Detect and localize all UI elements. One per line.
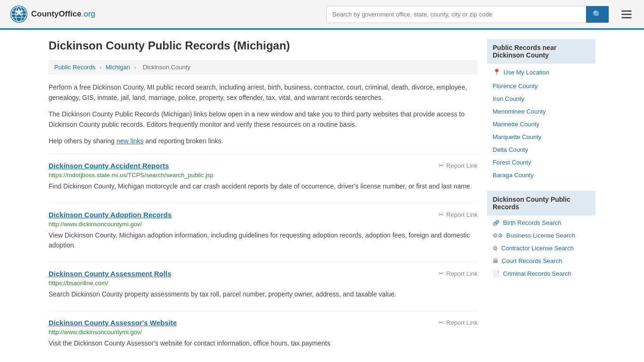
search-button[interactable]: 🔍 [586, 6, 609, 23]
sidebar-record-icon-4: 📄 [493, 271, 500, 277]
nearby-county-0[interactable]: Florence County [487, 80, 595, 92]
search-bar: 🔍 [326, 6, 609, 23]
record-entry-2: Dickinson County Assessment Rolls ✂ Repo… [49, 262, 478, 299]
sidebar-record-link-4[interactable]: Criminal Records Search [503, 270, 571, 277]
breadcrumb-sep-1: › [99, 64, 101, 71]
sidebar-records-list: 🧬 Birth Records Search ⚙⚙ Business Licen… [487, 216, 595, 280]
nearby-county-link-3[interactable]: Marinette County [493, 121, 539, 128]
breadcrumb-public-records[interactable]: Public Records [54, 64, 95, 71]
record-entry-3: Dickinson County Assessor's Website ✂ Re… [49, 311, 478, 348]
content-area: Dickinson County Public Records (Michiga… [49, 39, 478, 360]
record-entry-0: Dickinson County Accident Reports ✂ Repo… [49, 154, 478, 191]
use-my-location-link[interactable]: Use My Location [504, 69, 549, 76]
record-desc-0: Find Dickinson County, Michigan motorcyc… [49, 181, 478, 191]
records-section: Dickinson County Public Records 🧬 Birth … [487, 191, 595, 280]
report-label-0: Report Link [446, 162, 478, 169]
sidebar-record-link-3[interactable]: Court Records Search [502, 257, 562, 264]
nearby-county-link-1[interactable]: Iron County [493, 95, 524, 102]
records-list: Dickinson County Accident Reports ✂ Repo… [49, 154, 478, 348]
logo-text: CountyOffice.org [31, 9, 95, 19]
nearby-county-link-5[interactable]: Delta County [493, 146, 528, 153]
nearby-county-4[interactable]: Marquette County [487, 131, 595, 143]
scissors-icon-2: ✂ [438, 270, 444, 277]
nearby-county-7[interactable]: Baraga County [487, 169, 595, 181]
record-entry-1: Dickinson County Adoption Records ✂ Repo… [49, 203, 478, 250]
nearby-county-link-4[interactable]: Marquette County [493, 133, 541, 140]
location-icon: 📍 [493, 68, 501, 76]
nearby-county-link-7[interactable]: Baraga County [493, 172, 534, 179]
nearby-county-5[interactable]: Delta County [487, 143, 595, 156]
intro-paragraph-3: Help others by sharing new links and rep… [49, 136, 478, 146]
search-icon: 🔍 [593, 10, 602, 18]
report-link-3[interactable]: ✂ Report Link [438, 319, 478, 326]
report-link-2[interactable]: ✂ Report Link [438, 270, 478, 277]
record-title-2[interactable]: Dickinson County Assessment Rolls [49, 270, 171, 278]
report-label-3: Report Link [446, 319, 478, 326]
sidebar-record-item-4[interactable]: 📄 Criminal Records Search [487, 267, 595, 280]
breadcrumb: Public Records › Michigan › Dickinson Co… [49, 60, 478, 74]
logo[interactable]: CountyOffice.org [9, 5, 95, 24]
scissors-icon-1: ✂ [438, 211, 444, 218]
intro-paragraph-2: The Dickinson County Public Records (Mic… [49, 109, 478, 130]
record-desc-1: View Dickinson County, Michigan adoption… [49, 230, 478, 250]
sidebar-record-link-2[interactable]: Contractor License Search [501, 245, 574, 252]
intro-3-post: and reporting broken links. [145, 137, 223, 145]
main-container: Dickinson County Public Records (Michiga… [39, 30, 605, 362]
report-label-2: Report Link [446, 270, 478, 277]
sidebar-record-link-1[interactable]: Business License Search [506, 232, 575, 239]
new-links-link[interactable]: new links [116, 137, 144, 145]
records-heading: Dickinson County Public Records [487, 191, 595, 215]
breadcrumb-michigan[interactable]: Michigan [106, 64, 130, 71]
intro-3-pre: Help others by sharing [49, 137, 116, 145]
page-title: Dickinson County Public Records (Michiga… [49, 39, 478, 52]
record-title-3[interactable]: Dickinson County Assessor's Website [49, 319, 177, 327]
nearby-county-link-6[interactable]: Forest County [493, 159, 531, 166]
nearby-counties-list: Florence CountyIron CountyMenominee Coun… [487, 80, 595, 181]
nearby-county-link-0[interactable]: Florence County [493, 82, 537, 90]
sidebar-record-icon-3: 🏛 [493, 258, 498, 264]
sidebar-record-link-0[interactable]: Birth Records Search [503, 219, 561, 226]
header: CountyOffice.org 🔍 [0, 0, 644, 30]
scissors-icon-0: ✂ [438, 162, 444, 169]
sidebar-record-item-2[interactable]: ⚙ Contractor License Search [487, 242, 595, 255]
record-title-1[interactable]: Dickinson County Adoption Records [49, 211, 172, 219]
nearby-heading: Public Records near Dickinson County [487, 39, 595, 64]
nearby-section: Public Records near Dickinson County 📍 U… [487, 39, 595, 181]
sidebar-record-item-0[interactable]: 🧬 Birth Records Search [487, 216, 595, 229]
sidebar-record-icon-0: 🧬 [493, 220, 500, 226]
report-link-0[interactable]: ✂ Report Link [438, 162, 478, 169]
record-url-3: http://www.dickinsoncountymi.gov/ [49, 329, 478, 336]
report-link-1[interactable]: ✂ Report Link [438, 211, 478, 218]
nearby-county-6[interactable]: Forest County [487, 156, 595, 169]
record-url-2: https://bsaonline.com/ [49, 280, 478, 287]
nearby-county-1[interactable]: Iron County [487, 92, 595, 105]
record-url-0: https://mdotjboss.state.mi.us/TCPS/searc… [49, 172, 478, 179]
intro-paragraph-1: Perform a free Dickinson County, MI publ… [49, 82, 478, 103]
breadcrumb-sep-2: › [134, 64, 136, 71]
sidebar-record-icon-1: ⚙⚙ [493, 232, 503, 239]
nearby-county-3[interactable]: Marinette County [487, 118, 595, 131]
nearby-county-link-2[interactable]: Menominee County [493, 108, 546, 115]
report-label-1: Report Link [446, 211, 478, 218]
nearby-county-2[interactable]: Menominee County [487, 105, 595, 118]
scissors-icon-3: ✂ [438, 319, 444, 326]
record-desc-3: Visit the Dickinson County Assessor's we… [49, 338, 478, 348]
menu-button[interactable] [619, 8, 635, 20]
sidebar-record-item-1[interactable]: ⚙⚙ Business License Search [487, 229, 595, 242]
breadcrumb-current: Dickinson County [143, 64, 190, 71]
sidebar: Public Records near Dickinson County 📍 U… [487, 39, 595, 360]
logo-icon [9, 5, 28, 24]
record-title-0[interactable]: Dickinson County Accident Reports [49, 162, 169, 170]
use-my-location[interactable]: 📍 Use My Location [487, 65, 595, 80]
sidebar-record-icon-2: ⚙ [493, 245, 498, 252]
sidebar-record-item-3[interactable]: 🏛 Court Records Search [487, 255, 595, 267]
search-input[interactable] [327, 6, 586, 23]
record-url-1: http://www.dickinsoncountymi.gov/ [49, 221, 478, 228]
hamburger-icon [621, 10, 632, 18]
record-desc-2: Search Dickinson County property assessm… [49, 289, 478, 299]
